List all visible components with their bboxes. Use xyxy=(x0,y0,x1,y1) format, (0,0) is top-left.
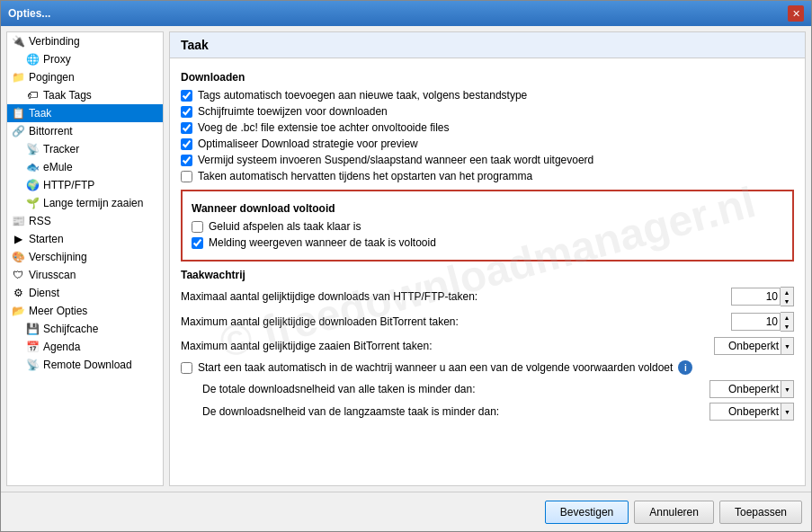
sub-input-sr2[interactable] xyxy=(709,403,781,421)
sidebar-icon-verbinding: 🔌 xyxy=(11,34,25,49)
sidebar-item-rss[interactable]: 📰RSS xyxy=(7,212,163,230)
section-downloaden-title: Downloaden xyxy=(181,71,794,84)
sidebar-icon-pogingen: 📁 xyxy=(11,70,25,84)
readonly-box-r3: ▼ xyxy=(714,337,794,355)
main-content: © freedownloadmanager.nl Downloaden Tags… xyxy=(170,58,805,485)
main-panel: Taak © freedownloadmanager.nl Downloaden… xyxy=(169,31,806,486)
checkbox-row-cb6: Taken automatisch hervatten tijdens het … xyxy=(181,170,794,182)
sidebar-icon-lange-termijn: 🌱 xyxy=(25,196,40,210)
sub-row-sr1: De totale downloadsnelheid van alle take… xyxy=(202,380,794,398)
sidebar-item-starten[interactable]: ▶Starten xyxy=(7,230,163,248)
checkbox-cb5[interactable] xyxy=(181,155,192,166)
sidebar-label-dienst: Dienst xyxy=(29,287,59,299)
sidebar-icon-dienst: ⚙ xyxy=(11,286,25,300)
auto-start-checkbox[interactable] xyxy=(181,362,192,374)
sidebar-item-bittorrent[interactable]: 🔗Bittorrent xyxy=(7,122,163,140)
spin-up-r1[interactable]: ▲ xyxy=(781,288,793,297)
checkbox-cb2[interactable] xyxy=(181,106,192,118)
sidebar-item-remote-download[interactable]: 📡Remote Download xyxy=(7,356,163,374)
main-window: Opties... ✕ 🔌Verbinding🌐Proxy📁Pogingen🏷T… xyxy=(0,0,812,532)
sidebar-icon-virusscan: 🛡 xyxy=(11,268,25,282)
queue-rows: Maximaal aantal gelijktijdige downloads … xyxy=(181,287,794,355)
sidebar-item-proxy[interactable]: 🌐Proxy xyxy=(7,50,163,68)
sub-input-sr1[interactable] xyxy=(709,380,781,398)
spin-input-r1[interactable] xyxy=(731,288,781,306)
queue-label-r2: Maximum aantal gelijktijdige downloaden … xyxy=(181,315,731,328)
checkbox-cb3[interactable] xyxy=(181,122,192,134)
sidebar-label-proxy: Proxy xyxy=(43,53,71,66)
spin-down-r2[interactable]: ▼ xyxy=(781,322,793,331)
arr-btn-r3[interactable]: ▼ xyxy=(781,337,794,355)
sidebar-label-starten: Starten xyxy=(29,233,64,245)
sidebar-item-verschijning[interactable]: 🎨Verschijning xyxy=(7,248,163,266)
spin-down-r1[interactable]: ▼ xyxy=(781,297,793,306)
sidebar-label-verschijning: Verschijning xyxy=(29,251,87,263)
label-cb6: Taken automatisch hervatten tijdens het … xyxy=(198,170,532,182)
sidebar-item-meer-opties[interactable]: 📂Meer Opties xyxy=(7,302,163,320)
sidebar-item-verbinding[interactable]: 🔌Verbinding xyxy=(7,32,163,50)
sidebar-item-agenda[interactable]: 📅Agenda xyxy=(7,338,163,356)
spinbox-r2: ▲ ▼ xyxy=(731,312,794,332)
sidebar-label-agenda: Agenda xyxy=(43,341,80,353)
queue-row-r3: Maximum aantal gelijktijdige zaaien BitT… xyxy=(181,337,794,355)
sidebar-icon-starten: ▶ xyxy=(11,232,25,246)
checkbox-cbw2[interactable] xyxy=(192,237,203,249)
sidebar-label-remote-download: Remote Download xyxy=(43,359,132,371)
sub-arr-sr2[interactable]: ▼ xyxy=(781,403,794,421)
sidebar-item-taak-tags[interactable]: 🏷Taak Tags xyxy=(7,86,163,104)
sidebar-icon-taak-tags: 🏷 xyxy=(25,88,40,102)
sidebar-item-http-ftp[interactable]: 🌍HTTP/FTP xyxy=(7,176,163,194)
checkbox-cb4[interactable] xyxy=(181,138,192,150)
sidebar-icon-emule: 🐟 xyxy=(25,160,40,174)
window-title: Opties... xyxy=(8,7,50,20)
info-icon[interactable]: i xyxy=(678,360,692,375)
sidebar-icon-agenda: 📅 xyxy=(25,340,40,354)
sidebar-item-virusscan[interactable]: 🛡Virusscan xyxy=(7,266,163,284)
label-cb2: Schijfruimte toewijzen voor downloaden xyxy=(198,105,388,118)
sidebar-label-taak-tags: Taak Tags xyxy=(43,89,92,102)
sidebar-item-dienst[interactable]: ⚙Dienst xyxy=(7,284,163,302)
sub-label-sr2: De downloadsnelheid van de langzaamste t… xyxy=(202,405,709,418)
close-button[interactable]: ✕ xyxy=(788,5,804,22)
bevestigen-button[interactable]: Bevestigen xyxy=(545,501,629,524)
sidebar-label-taak: Taak xyxy=(29,107,51,120)
sidebar-label-emule: eMule xyxy=(43,161,73,173)
readonly-input-r3[interactable] xyxy=(714,337,781,355)
auto-start-row: Start een taak automatisch in de wachtri… xyxy=(181,360,794,375)
checkbox-row-cb1: Tags automatisch toevoegen aan nieuwe ta… xyxy=(181,89,794,102)
label-cb1: Tags automatisch toevoegen aan nieuwe ta… xyxy=(198,89,527,102)
sub-arr-sr1[interactable]: ▼ xyxy=(781,380,794,398)
sidebar-icon-http-ftp: 🌍 xyxy=(25,178,40,192)
spin-input-r2[interactable] xyxy=(731,313,781,331)
checkbox-cb6[interactable] xyxy=(181,171,192,182)
sidebar: 🔌Verbinding🌐Proxy📁Pogingen🏷Taak Tags📋Taa… xyxy=(6,31,164,486)
sidebar-item-tracker[interactable]: 📡Tracker xyxy=(7,140,163,158)
spin-up-r2[interactable]: ▲ xyxy=(781,313,793,322)
taakwachtrij-title: Taakwachtrij xyxy=(181,269,794,281)
sidebar-label-schijfcache: Schijfcache xyxy=(43,323,98,335)
sidebar-label-http-ftp: HTTP/FTP xyxy=(43,179,94,191)
title-bar: Opties... ✕ xyxy=(1,1,811,26)
sidebar-item-taak[interactable]: 📋Taak xyxy=(7,104,163,122)
checkbox-row-cbw2: Melding weergeven wanneer de taak is vol… xyxy=(192,236,783,249)
sidebar-icon-rss: 📰 xyxy=(11,214,25,228)
sidebar-item-emule[interactable]: 🐟eMule xyxy=(7,158,163,176)
sidebar-item-lange-termijn[interactable]: 🌱Lange termijn zaaien xyxy=(7,194,163,212)
main-header: Taak xyxy=(170,32,805,58)
checkbox-cb1[interactable] xyxy=(181,90,192,102)
annuleren-button[interactable]: Annuleren xyxy=(634,501,714,524)
bottom-bar: Bevestigen Annuleren Toepassen xyxy=(1,492,811,531)
sub-readonly-sr2: ▼ xyxy=(709,403,794,421)
sidebar-item-pogingen[interactable]: 📁Pogingen xyxy=(7,68,163,86)
taakwachtrij-section: Taakwachtrij Maximaal aantal gelijktijdi… xyxy=(181,269,794,421)
content-area: 🔌Verbinding🌐Proxy📁Pogingen🏷Taak Tags📋Taa… xyxy=(1,26,811,492)
downloaden-checkboxes: Tags automatisch toevoegen aan nieuwe ta… xyxy=(181,89,794,182)
checkbox-cbw1[interactable] xyxy=(192,221,203,233)
checkbox-row-cb5: Vermijd systeem invoeren Suspend/slaapst… xyxy=(181,154,794,166)
sidebar-item-schijfcache[interactable]: 💾Schijfcache xyxy=(7,320,163,338)
sidebar-label-rss: RSS xyxy=(29,215,51,227)
label-cbw1: Geluid afspelen als taak klaar is xyxy=(209,220,361,233)
toepassen-button[interactable]: Toepassen xyxy=(719,501,802,524)
checkbox-row-cbw1: Geluid afspelen als taak klaar is xyxy=(192,220,783,233)
checkbox-row-cb3: Voeg de .bc! file extensie toe achter on… xyxy=(181,121,794,134)
